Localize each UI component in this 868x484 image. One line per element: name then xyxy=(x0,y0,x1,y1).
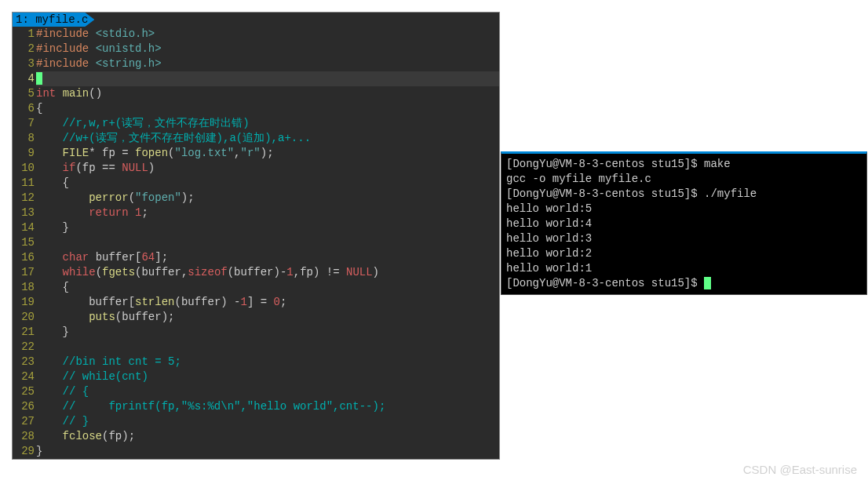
line-number: 25 xyxy=(14,384,35,399)
watermark: CSDN @East-sunrise xyxy=(743,463,857,476)
line-number: 1 xyxy=(14,27,35,42)
line-number-gutter: 1234567891011121314151617181920212223242… xyxy=(13,27,36,459)
code-line[interactable] xyxy=(36,235,499,250)
code-line[interactable]: //w+(读写，文件不存在时创建),a(追加),a+... xyxy=(36,131,499,146)
terminal-line: [DongYu@VM-8-3-centos stu15]$ ./myfile xyxy=(506,187,862,202)
terminal-line: [DongYu@VM-8-3-centos stu15]$ make xyxy=(506,157,862,172)
code-line[interactable]: FILE* fp = fopen("log.txt","r"); xyxy=(36,146,499,161)
code-line[interactable]: { xyxy=(36,101,499,116)
code-line[interactable]: } xyxy=(36,220,499,235)
line-number: 5 xyxy=(14,86,35,101)
line-number: 21 xyxy=(14,325,35,340)
code-lines[interactable]: #include <stdio.h>#include <unistd.h>#in… xyxy=(36,27,499,459)
code-line[interactable]: } xyxy=(36,325,499,340)
line-number: 16 xyxy=(14,250,35,265)
code-line[interactable]: char buffer[64]; xyxy=(36,250,499,265)
code-line[interactable] xyxy=(36,340,499,355)
code-line[interactable]: if(fp == NULL) xyxy=(36,161,499,176)
code-line[interactable]: { xyxy=(36,176,499,191)
line-number: 22 xyxy=(14,340,35,355)
line-number: 10 xyxy=(14,161,35,176)
code-line[interactable]: // fprintf(fp,"%s:%d\n","hello world",cn… xyxy=(36,399,499,414)
line-number: 17 xyxy=(14,265,35,280)
code-line[interactable]: // } xyxy=(36,414,499,429)
code-line[interactable] xyxy=(36,71,499,86)
line-number: 4 xyxy=(14,71,35,86)
line-number: 23 xyxy=(14,355,35,369)
line-number: 19 xyxy=(14,295,35,310)
line-number: 18 xyxy=(14,280,35,295)
code-line[interactable]: perror("fopen"); xyxy=(36,191,499,206)
terminal-line: [DongYu@VM-8-3-centos stu15]$ xyxy=(506,276,862,291)
code-line[interactable]: #include <stdio.h> xyxy=(36,27,499,42)
line-number: 2 xyxy=(14,42,35,56)
terminal-cursor xyxy=(704,277,711,289)
code-line[interactable]: } xyxy=(36,444,499,459)
line-number: 12 xyxy=(14,191,35,206)
code-line[interactable]: puts(buffer); xyxy=(36,310,499,325)
cursor xyxy=(36,72,42,85)
terminal-line: hello world:5 xyxy=(506,202,862,217)
line-number: 27 xyxy=(14,414,35,429)
line-number: 7 xyxy=(14,116,35,131)
line-number: 29 xyxy=(14,444,35,459)
code-line[interactable]: int main() xyxy=(36,86,499,101)
code-line[interactable]: // while(cnt) xyxy=(36,369,499,384)
line-number: 14 xyxy=(14,220,35,235)
code-line[interactable]: while(fgets(buffer,sizeof(buffer)-1,fp) … xyxy=(36,265,499,280)
terminal[interactable]: [DongYu@VM-8-3-centos stu15]$ makegcc -o… xyxy=(501,151,867,295)
line-number: 24 xyxy=(14,369,35,384)
line-number: 15 xyxy=(14,235,35,250)
line-number: 3 xyxy=(14,56,35,71)
terminal-line: hello world:4 xyxy=(506,217,862,231)
line-number: 9 xyxy=(14,146,35,161)
code-line[interactable]: { xyxy=(36,280,499,295)
line-number: 13 xyxy=(14,206,35,220)
line-number: 20 xyxy=(14,310,35,325)
line-number: 26 xyxy=(14,399,35,414)
code-line[interactable]: fclose(fp); xyxy=(36,429,499,444)
line-number: 28 xyxy=(14,429,35,444)
code-line[interactable]: #include <unistd.h> xyxy=(36,42,499,56)
terminal-line: hello world:3 xyxy=(506,231,862,246)
code-line[interactable]: return 1; xyxy=(36,206,499,220)
code-line[interactable]: //r,w,r+(读写，文件不存在时出错) xyxy=(36,116,499,131)
code-line[interactable]: //bin int cnt = 5; xyxy=(36,355,499,369)
editor-tab[interactable]: 1: myfile.c xyxy=(13,13,94,27)
terminal-line: hello world:2 xyxy=(506,246,862,261)
code-line[interactable]: buffer[strlen(buffer) -1] = 0; xyxy=(36,295,499,310)
line-number: 6 xyxy=(14,101,35,116)
code-line[interactable]: #include <string.h> xyxy=(36,56,499,71)
line-number: 11 xyxy=(14,176,35,191)
code-editor[interactable]: 1: myfile.c 1234567891011121314151617181… xyxy=(12,12,500,460)
terminal-line: gcc -o myfile myfile.c xyxy=(506,172,862,187)
code-line[interactable]: // { xyxy=(36,384,499,399)
terminal-line: hello world:1 xyxy=(506,261,862,276)
line-number: 8 xyxy=(14,131,35,146)
